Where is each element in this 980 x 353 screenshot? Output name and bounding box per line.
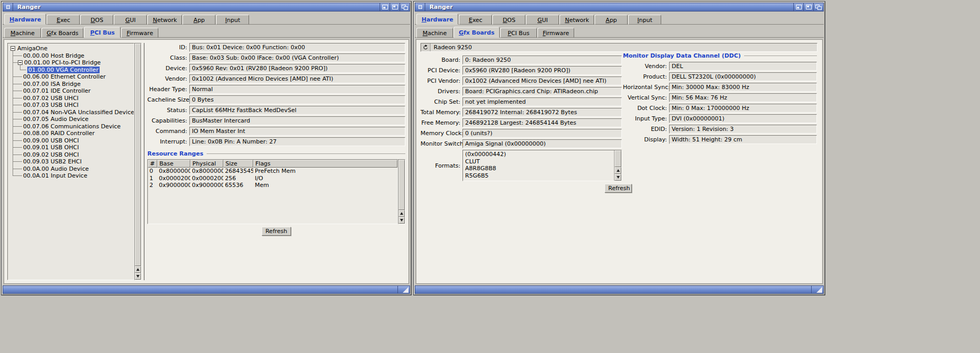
field-device-value: 0x5960 Rev: 0x01 (RV280 [Radeon 9200 PRO…	[189, 64, 405, 73]
column-header-physical[interactable]: Physical	[190, 160, 223, 168]
tab-gfx-boards[interactable]: Gfx Boards	[41, 28, 83, 38]
tree-item-input-device[interactable]: 00.0A.01 Input Device	[9, 172, 134, 180]
resource-row[interactable]: 1 0x00002000 0x00002000 256 I/O	[148, 175, 397, 182]
tab-firmware[interactable]: Firmware	[537, 28, 574, 38]
tab-machine[interactable]: Machine	[4, 28, 41, 38]
tree-item-isa-bridge[interactable]: 00.07.00 ISA Bridge	[9, 81, 134, 88]
iconify-icon	[382, 5, 388, 9]
close-button[interactable]	[3, 3, 13, 11]
iconify-button[interactable]	[380, 3, 390, 11]
tab-input[interactable]: Input	[628, 15, 661, 25]
field-memory-clock-value: 0 (units?)	[462, 129, 622, 138]
tab-firmware[interactable]: Firmware	[121, 28, 158, 38]
collapse-icon[interactable]	[10, 46, 15, 51]
table-scrollbar[interactable]	[398, 159, 405, 224]
tree-listview[interactable]: AmigaOne 00.00.00 Host Bridge 00.01.00 P…	[7, 43, 134, 280]
field-memory-clock-label: Memory Clock:	[421, 130, 462, 137]
depth-button[interactable]	[813, 3, 823, 11]
refresh-button[interactable]: Refresh	[605, 184, 632, 193]
formats-listbox[interactable]: (0x00000442) CLUT A8R8G8B8 R5G6B5	[462, 150, 622, 181]
resource-ranges-table[interactable]: # Base Physical Size Flags 0 0x80000000 …	[147, 159, 398, 224]
tab-hardware[interactable]: Hardware	[416, 14, 458, 25]
cycle-chooser-button[interactable]	[421, 43, 430, 51]
gfx-board-panel: Board:0: Radeon 9250 PCI Device:0x5960 (…	[421, 56, 622, 193]
field-monitor-switch-label: Monitor Switch:	[421, 140, 462, 147]
tab-pci-bus[interactable]: PCI Bus	[84, 27, 121, 38]
tab-gfx-boards[interactable]: Gfx Boards	[454, 27, 500, 38]
titlebar-gadgets	[380, 3, 410, 11]
zoom-button[interactable]	[390, 3, 400, 11]
tab-gui[interactable]: GUI	[526, 15, 559, 25]
tab-exec[interactable]: Exec	[47, 15, 80, 25]
tab-hardware[interactable]: Hardware	[4, 14, 46, 25]
resource-row[interactable]: 2 0x90000000 0x90000000 65536 Mem	[148, 182, 397, 189]
tree-item-usb-ohci-2[interactable]: 00.09.01 USB OHCI	[9, 144, 134, 151]
tab-machine[interactable]: Machine	[416, 28, 453, 38]
tree-item-pci-to-pci-bridge[interactable]: 00.01.00 PCI-to-PCI Bridge	[9, 59, 134, 67]
column-header-number[interactable]: #	[148, 160, 157, 168]
tab-exec[interactable]: Exec	[459, 15, 492, 25]
field-interrupt-label: Interrupt:	[147, 138, 189, 145]
scroll-down-button[interactable]	[615, 174, 621, 181]
close-icon	[418, 5, 422, 9]
field-id-label: ID:	[147, 44, 189, 51]
resize-handle[interactable]	[397, 286, 410, 293]
tree-item-amigaone[interactable]: AmigaOne	[9, 45, 134, 52]
close-button[interactable]	[415, 3, 425, 11]
tab-network[interactable]: Network	[559, 15, 594, 25]
field-pci-device-label: PCI Device:	[421, 67, 462, 74]
zoom-button[interactable]	[803, 3, 813, 11]
tab-dos[interactable]: DOS	[80, 15, 113, 25]
scroll-up-icon	[617, 169, 620, 172]
format-item[interactable]: CLUT	[465, 158, 614, 166]
tree-item-communications-device[interactable]: 00.07.06 Communications Device	[9, 123, 134, 130]
tab-pci-bus[interactable]: PCI Bus	[500, 28, 537, 38]
scrollbar-thumb[interactable]	[135, 43, 141, 266]
window-bottom-border	[3, 285, 410, 294]
tree-item-non-vga-unclassified[interactable]: 00.07.04 Non-VGA Unclassified Device	[9, 109, 134, 116]
tree-item-usb-uhci-2[interactable]: 00.07.03 USB UHCI	[9, 102, 134, 109]
collapse-icon[interactable]	[18, 60, 23, 65]
titlebar[interactable]: Ranger	[415, 3, 824, 12]
scrollbar-thumb[interactable]	[615, 150, 621, 167]
tab-app[interactable]: App	[182, 15, 216, 25]
tree-item-usb2-ehci[interactable]: 00.09.03 USB2 EHCI	[9, 158, 134, 166]
tab-app[interactable]: App	[595, 15, 628, 25]
resource-row[interactable]: 0 0x80000000 0x80000000 268435456 PreFet…	[148, 168, 397, 175]
tree-item-usb-uhci-1[interactable]: 00.07.02 USB UHCI	[9, 95, 134, 102]
tree-item-host-bridge[interactable]: 00.00.00 Host Bridge	[9, 52, 134, 60]
tab-gui[interactable]: GUI	[114, 15, 147, 25]
scroll-down-button[interactable]	[135, 273, 141, 280]
field-monitor-switch-value: Amiga Signal (0x00000000)	[462, 139, 622, 148]
format-item[interactable]: A8R8G8B8	[465, 165, 614, 172]
tab-network[interactable]: Network	[147, 15, 182, 25]
tree-item-raid-controller[interactable]: 00.08.00 RAID Controller	[9, 130, 134, 137]
column-header-base[interactable]: Base	[157, 160, 190, 168]
refresh-button[interactable]: Refresh	[262, 227, 291, 236]
tree-scrollbar[interactable]	[134, 43, 142, 280]
scroll-up-button[interactable]	[135, 266, 141, 273]
column-header-size[interactable]: Size	[223, 160, 253, 168]
depth-button[interactable]	[400, 3, 410, 11]
tab-dos[interactable]: DOS	[492, 15, 525, 25]
titlebar[interactable]: Ranger	[3, 3, 410, 12]
format-item[interactable]: R5G6B5	[465, 172, 614, 180]
formats-scrollbar[interactable]	[614, 150, 621, 181]
scroll-up-button[interactable]	[399, 210, 405, 217]
scroll-down-button[interactable]	[399, 217, 405, 224]
tree-item-vga-controller-selected[interactable]: 01.00.00 VGA Controller	[9, 67, 134, 74]
tab-input[interactable]: Input	[216, 15, 249, 25]
board-chooser[interactable]: Radeon 9250	[421, 43, 817, 52]
tree-item-audio-device-2[interactable]: 00.0A.00 Audio Device	[9, 166, 134, 173]
tree-item-usb-ohci-3[interactable]: 00.09.02 USB OHCI	[9, 151, 134, 159]
resize-handle[interactable]	[811, 286, 823, 293]
scrollbar-thumb[interactable]	[399, 160, 405, 210]
tree-item-audio-device-1[interactable]: 00.07.05 Audio Device	[9, 116, 134, 123]
tree-item-ide-controller[interactable]: 00.07.01 IDE Controller	[9, 87, 134, 95]
iconify-button[interactable]	[793, 3, 803, 11]
tree-item-usb-ohci-1[interactable]: 00.09.00 USB OHCI	[9, 137, 134, 145]
column-header-flags[interactable]: Flags	[253, 160, 397, 168]
tree-item-ethernet-controller[interactable]: 00.06.00 Ethernet Controller	[9, 73, 134, 81]
scroll-up-button[interactable]	[615, 167, 621, 174]
format-item[interactable]: (0x00000442)	[465, 151, 614, 158]
